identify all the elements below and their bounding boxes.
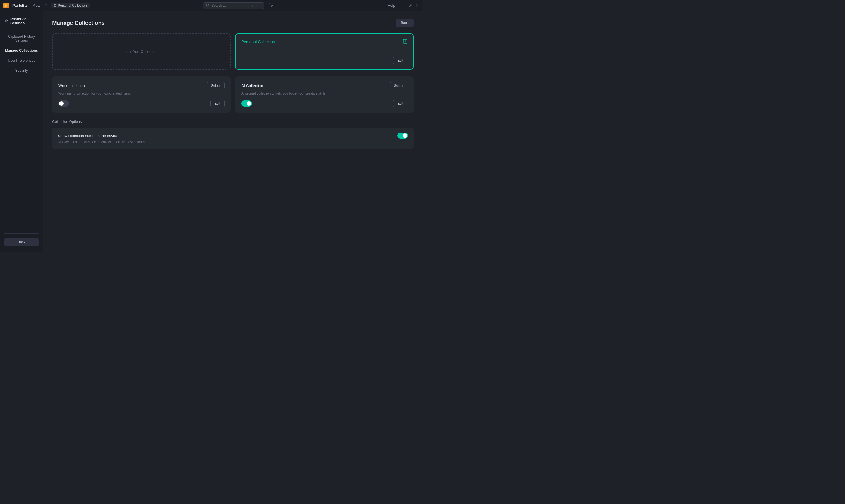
maximize-button[interactable]: ⤢: [408, 4, 412, 7]
sidebar-item-manage-collections[interactable]: Manage Collections: [0, 46, 43, 55]
sidebar-back-button[interactable]: Back: [4, 238, 38, 247]
search-icon: [206, 4, 210, 7]
content-area: Manage Collections Back + + Add Collecti…: [43, 11, 423, 252]
work-collection-card: Work collection Select Work menu collect…: [52, 76, 231, 113]
main-layout: ⚙ PasteBar Settings Clipboard History Se…: [0, 11, 423, 252]
collections-grid: + + Add Collection Personal Collection: [52, 34, 413, 70]
show-name-option-desc: Display full name of selected collection…: [58, 140, 408, 144]
svg-line-5: [209, 6, 210, 7]
sidebar-item-user-preferences[interactable]: User Preferences: [0, 56, 43, 65]
help-label[interactable]: Help: [388, 3, 395, 7]
ai-collection-bottom: Edit: [241, 100, 407, 107]
ai-collection-edit-button[interactable]: Edit: [393, 100, 407, 107]
search-box[interactable]: /: [203, 2, 264, 9]
personal-collection-card: Personal Collection Edit: [235, 34, 413, 70]
search-shortcut: /: [252, 4, 253, 7]
personal-collection-title: Personal Collection: [241, 40, 275, 44]
svg-rect-1: [5, 5, 7, 5]
personal-collection-header: Personal Collection: [241, 39, 407, 44]
sidebar-item-clipboard-history[interactable]: Clipboard History Settings: [0, 32, 43, 45]
work-collection-toggle[interactable]: [58, 101, 69, 107]
show-name-option-card: Show collection name on the navbar Displ…: [52, 128, 413, 149]
app-name: PasteBar: [12, 3, 28, 7]
sidebar-item-security[interactable]: Security: [0, 66, 43, 75]
sidebar-divider: [4, 233, 38, 234]
show-name-option-title: Show collection name on the navbar: [58, 134, 119, 138]
tab-icon: ⊡: [53, 4, 56, 7]
svg-rect-2: [5, 5, 7, 6]
show-name-toggle[interactable]: [398, 132, 408, 139]
app-logo: [3, 3, 9, 8]
add-collection-label: + + Add Collection: [125, 49, 158, 54]
mute-icon[interactable]: [269, 2, 274, 8]
titlebar-left: PasteBar View ⊡ ⊡ Personal Collection: [3, 3, 90, 8]
sidebar-title: PasteBar Settings: [10, 17, 38, 25]
personal-collection-actions: Edit: [241, 57, 407, 64]
window-controls: – ⤢ ✕: [402, 4, 419, 7]
titlebar-tab[interactable]: ⊡ Personal Collection: [51, 3, 89, 8]
sidebar-header: ⚙ PasteBar Settings: [0, 17, 43, 32]
ai-collection-desc: AI prompt collection to help you boost y…: [241, 92, 407, 96]
work-collection-desc: Work menu collection for your work relat…: [58, 92, 225, 96]
add-icon: +: [125, 49, 128, 54]
page-header: Manage Collections Back: [52, 19, 413, 27]
work-collection-bottom: Edit: [58, 100, 225, 107]
work-collection-title: Work collection: [58, 84, 85, 88]
personal-collection-edit-icon[interactable]: [403, 39, 407, 44]
work-collection-edit-button[interactable]: Edit: [210, 100, 225, 107]
sidebar-nav: Clipboard History Settings Manage Collec…: [0, 32, 43, 229]
page-title: Manage Collections: [52, 20, 105, 26]
menu-item-view[interactable]: View: [31, 3, 41, 8]
close-button[interactable]: ✕: [415, 4, 419, 7]
collection-options-section: Collection Options Show collection name …: [52, 120, 413, 149]
ai-collection-toggle[interactable]: [241, 101, 252, 107]
gear-icon: ⚙: [4, 18, 8, 23]
search-input[interactable]: [211, 4, 250, 7]
titlebar-center: /: [94, 2, 383, 9]
add-collection-card[interactable]: + + Add Collection: [52, 34, 231, 70]
collections-grid-2: Work collection Select Work menu collect…: [52, 76, 413, 113]
work-collection-header: Work collection Select: [58, 82, 225, 89]
ai-collection-select-button[interactable]: Select: [390, 82, 407, 89]
ai-collection-card: AI Collection Select AI prompt collectio…: [235, 76, 413, 113]
titlebar: PasteBar View ⊡ ⊡ Personal Collection / …: [0, 0, 423, 11]
back-button[interactable]: Back: [396, 19, 413, 27]
collection-options-label: Collection Options: [52, 120, 413, 124]
titlebar-right: Help – ⤢ ✕: [388, 3, 419, 7]
sidebar: ⚙ PasteBar Settings Clipboard History Se…: [0, 11, 43, 252]
ai-collection-header: AI Collection Select: [241, 82, 407, 89]
tab-label: Personal Collection: [58, 4, 87, 7]
tab-separator: ⊡: [45, 4, 47, 7]
work-collection-select-button[interactable]: Select: [207, 82, 225, 89]
ai-collection-title: AI Collection: [241, 84, 263, 88]
svg-rect-3: [5, 6, 6, 7]
minimize-button[interactable]: –: [402, 4, 406, 7]
show-name-option-row: Show collection name on the navbar: [58, 132, 408, 139]
personal-collection-edit-button[interactable]: Edit: [393, 57, 407, 64]
